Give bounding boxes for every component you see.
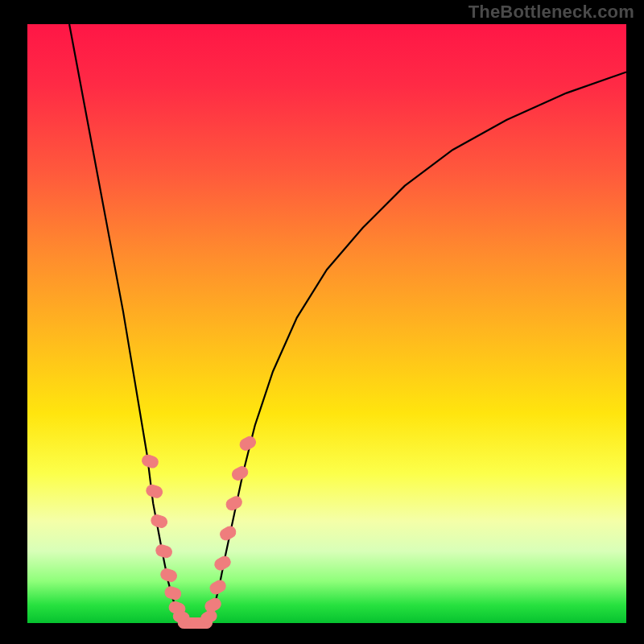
curve-layer — [69, 24, 626, 623]
marker-point — [159, 568, 178, 583]
marker-point — [145, 484, 163, 499]
chart-frame: TheBottleneck.com — [0, 0, 644, 644]
watermark-text: TheBottleneck.com — [469, 2, 634, 23]
plot-area — [27, 24, 626, 623]
marker-point — [238, 435, 258, 452]
curve-left-arm — [69, 24, 185, 623]
marker-point — [230, 464, 250, 482]
marker-point — [218, 525, 237, 543]
curve-right-arm — [207, 72, 626, 624]
marker-point — [150, 514, 168, 529]
marker-point — [141, 453, 159, 469]
marker-point — [155, 543, 173, 559]
chart-svg — [27, 24, 626, 623]
marker-point — [225, 494, 244, 512]
marker-point — [208, 579, 227, 597]
marker-point — [163, 585, 182, 601]
marker-point — [203, 597, 222, 614]
marker-point — [213, 555, 232, 572]
